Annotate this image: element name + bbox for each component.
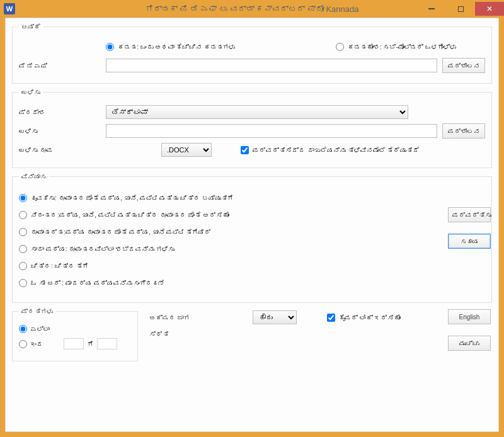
hyperlink-checkbox[interactable] xyxy=(327,314,335,322)
layout-opt3-input[interactable] xyxy=(19,228,27,236)
save-group: ಉಳಿಸು ಪ್ರದೇಶ ಡೆಸ್ಕ್‌ಟಾಪ್ ಉಳಿಸು ಪರಿಶೀಲನ ಉ… xyxy=(12,89,492,168)
layout-opt6[interactable]: ಓ ಸೀ ಆರ್ : ಮಾದರಿಯ ಪಠ್ಯವನ್ನು ಸಂಗ್ರಹಣೆ xyxy=(19,279,428,287)
window-buttons: ✕ xyxy=(417,2,504,16)
pages-range-input[interactable] xyxy=(19,340,27,348)
pages-from-input[interactable] xyxy=(64,338,84,349)
maximize-button[interactable] xyxy=(446,2,475,16)
layout-opt5[interactable]: ಚಿತ್ರ: ಚಿತ್ರ ತೆಗೆ xyxy=(19,262,428,270)
minimize-button[interactable] xyxy=(417,2,446,16)
pages-to-label: ಗೆ xyxy=(88,341,93,348)
close-button[interactable]: ಮುಚ್ಚು xyxy=(448,336,491,351)
radio-folder-input[interactable] xyxy=(336,43,344,51)
char-spacing-select[interactable]: ಹೌದು xyxy=(253,310,297,324)
titlebar: W ಗಿರ್ಡಕ್ ಪಿ ಡಿ ಎಫ್ ಟು ವರ್ಡ್ ಕನ್ವರ್ಟರ್ ಪ… xyxy=(0,0,504,18)
pdf-path-input[interactable] xyxy=(106,59,437,72)
app-window: W ಗಿರ್ಡಕ್ ಪಿ ಡಿ ಎಫ್ ಟು ವರ್ಡ್ ಕನ್ವರ್ಟರ್ ಪ… xyxy=(0,0,504,437)
location-select[interactable]: ಡೆಸ್ಕ್‌ಟಾಪ್ xyxy=(106,105,408,119)
pages-all-input[interactable] xyxy=(19,325,27,333)
help-button[interactable]: ಸಹಾಯ xyxy=(448,234,491,249)
bottom-area: ಪ್ರತಿಗಳು ಎಲ್ಲಾ ಇಂದ ಗೆ ಅಕ್ಷರ ಜಾಗ xyxy=(12,308,492,366)
hyperlink-check[interactable]: ಹೈಪರ್ ಲಿಂಕ್ ಇರಿಸಿಕೋ xyxy=(327,314,401,322)
pages-group: ಪ್ರತಿಗಳು ಎಲ್ಲಾ ಇಂದ ಗೆ xyxy=(12,308,138,361)
select-legend: ಆಯ್ಕೆ xyxy=(19,23,43,30)
pages-all[interactable]: ಎಲ್ಲಾ xyxy=(19,325,131,333)
open-after-check[interactable]: ಪರಿವರ್ತಿಸಿದ್ದ ದಾಖಲೆಯನ್ನು ತಿಳಿವಿನಮೇಲೆ ತೆರ… xyxy=(241,146,420,154)
pages-from-label: ಇಂದ xyxy=(31,341,43,348)
radio-folder[interactable]: ಕಡತಕೋಶ: ಸಬ್-ಪೋಲ್ಡರ್ ಒಳಗೊಳ್ಳು xyxy=(336,43,456,51)
save-path-input[interactable] xyxy=(106,124,437,138)
radio-folder-label: ಕಡತಕೋಶ: ಸಬ್-ಪೋಲ್ಡರ್ ಒಳಗೊಳ್ಳು xyxy=(348,43,456,50)
format-label: ಉಳಿಸು ರೂಪ xyxy=(19,147,101,154)
english-button[interactable]: English xyxy=(448,309,491,324)
layout-opt2-label: ನಿರಂತರ:ಪಠ್ಯ, ಖಾನೆ, ಪಟ್ಟಿ ಮತ್ತು ಚಿತ್ರ ರೂಪ… xyxy=(31,212,229,219)
layout-group: ವಿನ್ಯಾಸ ಹೃವಹಿಸು: ರೂಪಾಂತರ ಜೊತೆ ಪಠ್ಯ, ಖಾನೆ… xyxy=(12,173,492,303)
pages-to-input[interactable] xyxy=(97,338,117,349)
radio-file-input[interactable] xyxy=(106,43,114,51)
close-window-button[interactable]: ✕ xyxy=(475,2,504,16)
layout-opt2-input[interactable] xyxy=(19,211,27,219)
layout-opt4[interactable]: ಸಾದಾ ಪಠ್ಯ: ರೂಪಂತರವಿಲ್ಲಾ ಶಬ್ದವನ್ನು ಗಳಿಸು xyxy=(19,245,428,253)
select-group: ಆಯ್ಕೆ ಕಡತ: ಒಂದು ಅಥವಾ ಹೆಚ್ಚಿನ ಕಡತಗಳು ಕಡತಕ… xyxy=(12,23,492,84)
right-options: ಅಕ್ಷರ ಜಾಗ ಹೌದು ಹೈಪರ್ ಲಿಂಕ್ ಇರಿಸಿಕೋ ಸ್ಥಿತ… xyxy=(149,308,492,344)
pages-range[interactable]: ಇಂದ ಗೆ xyxy=(19,338,131,349)
convert-button[interactable]: ಪರಿವರ್ತಿಸು xyxy=(448,207,491,222)
layout-opt3[interactable]: ರೂಪಾಂತರಿತ:ಪಠ್ಯ ರೂಪಾಂತರ ಜೊತೆ ಪಠ್ಯ, ಖಾನೆ ಪ… xyxy=(19,228,428,236)
layout-opt6-input[interactable] xyxy=(19,279,27,287)
maximize-icon xyxy=(458,6,464,12)
layout-opt6-label: ಓ ಸೀ ಆರ್ : ಮಾದರಿಯ ಪಠ್ಯವನ್ನು ಸಂಗ್ರಹಣೆ xyxy=(31,280,164,287)
layout-opt5-input[interactable] xyxy=(19,262,27,270)
char-spacing-label: ಅಕ್ಷರ ಜಾಗ xyxy=(149,314,244,321)
hyperlink-label: ಹೈಪರ್ ಲಿಂಕ್ ಇರಿಸಿಕೋ xyxy=(339,314,401,321)
pdf-label: ಪಿ ಡಿ ಎಫ್ xyxy=(19,62,101,69)
client-area: ಆಯ್ಕೆ ಕಡತ: ಒಂದು ಅಥವಾ ಹೆಚ್ಚಿನ ಕಡತಗಳು ಕಡತಕ… xyxy=(5,18,499,432)
layout-opt4-label: ಸಾದಾ ಪಠ್ಯ: ರೂಪಂತರವಿಲ್ಲಾ ಶಬ್ದವನ್ನು ಗಳಿಸು xyxy=(31,246,175,253)
layout-opt1[interactable]: ಹೃವಹಿಸು: ರೂಪಾಂತರ ಜೊತೆ ಪಠ್ಯ, ಖಾನೆ, ಪಟ್ಟಿ … xyxy=(19,194,428,202)
layout-opt2[interactable]: ನಿರಂತರ:ಪಠ್ಯ, ಖಾನೆ, ಪಟ್ಟಿ ಮತ್ತು ಚಿತ್ರ ರೂಪ… xyxy=(19,211,428,219)
layout-opt5-label: ಚಿತ್ರ: ಚಿತ್ರ ತೆಗೆ xyxy=(31,263,88,270)
save-legend: ಉಳಿಸು xyxy=(19,89,43,96)
app-icon: W xyxy=(4,3,15,14)
radio-file[interactable]: ಕಡತ: ಒಂದು ಅಥವಾ ಹೆಚ್ಚಿನ ಕಡತಗಳು xyxy=(106,43,235,51)
open-after-checkbox[interactable] xyxy=(241,146,249,154)
pages-legend: ಪ್ರತಿಗಳು xyxy=(19,308,55,315)
layout-opt1-input[interactable] xyxy=(19,194,27,202)
layout-legend: ವಿನ್ಯಾಸ xyxy=(19,173,49,180)
open-after-label: ಪರಿವರ್ತಿಸಿದ್ದ ದಾಖಲೆಯನ್ನು ತಿಳಿವಿನಮೇಲೆ ತೆರ… xyxy=(253,147,420,154)
side-buttons: ಪರಿವರ್ತಿಸು ಸಹಾಯ English ಮುಚ್ಚು xyxy=(448,207,491,351)
layout-opt3-label: ರೂಪಾಂತರಿತ:ಪಠ್ಯ ರೂಪಾಂತರ ಜೊತೆ ಪಠ್ಯ, ಖಾನೆ ಪ… xyxy=(31,229,211,236)
status-label: ಸ್ಥಿತಿ xyxy=(149,331,244,338)
radio-file-label: ಕಡತ: ಒಂದು ಅಥವಾ ಹೆಚ್ಚಿನ ಕಡತಗಳು xyxy=(118,43,235,50)
pages-all-label: ಎಲ್ಲಾ xyxy=(31,326,50,332)
layout-opt1-label: ಹೃವಹಿಸು: ರೂಪಾಂತರ ಜೊತೆ ಪಠ್ಯ, ಖಾನೆ, ಪಟ್ಟಿ … xyxy=(31,195,233,201)
layout-opt4-input[interactable] xyxy=(19,245,27,253)
browse-save-button[interactable]: ಪರಿಶೀಲನ xyxy=(442,123,485,139)
minimize-icon xyxy=(428,8,435,9)
browse-pdf-button[interactable]: ಪರಿಶೀಲನ xyxy=(442,58,485,73)
save-path-label: ಉಳಿಸು xyxy=(19,128,101,135)
location-label: ಪ್ರದೇಶ xyxy=(19,109,101,116)
format-select[interactable]: .DOCX xyxy=(161,143,212,157)
